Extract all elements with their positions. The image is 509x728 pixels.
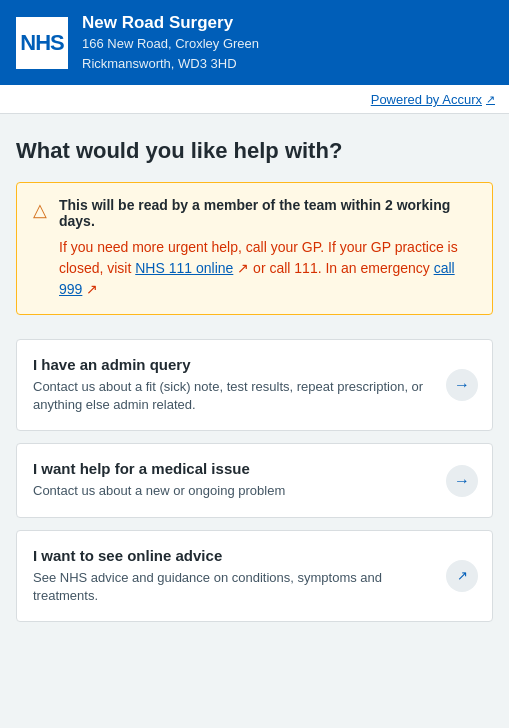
medical-card-title: I want help for a medical issue xyxy=(33,460,440,477)
warning-body-middle: or call 111. In an emergency xyxy=(249,260,433,276)
warning-title: This will be read by a member of the tea… xyxy=(59,197,476,229)
nhs-logo: NHS xyxy=(16,17,68,69)
admin-card-title: I have an admin query xyxy=(33,356,440,373)
option-card-medical[interactable]: I want help for a medical issue Contact … xyxy=(16,443,493,517)
advice-card-title: I want to see online advice xyxy=(33,547,440,564)
admin-card-arrow: → xyxy=(446,369,478,401)
powered-by-label: Powered by Accurx xyxy=(371,92,482,107)
main-content: What would you like help with? △ This wi… xyxy=(0,114,509,650)
nhs-logo-text: NHS xyxy=(20,30,63,56)
powered-by-bar: Powered by Accurx ↗ xyxy=(0,85,509,114)
warning-icon: △ xyxy=(33,199,47,221)
page-title: What would you like help with? xyxy=(16,138,493,164)
warning-box: △ This will be read by a member of the t… xyxy=(16,182,493,315)
warning-body: If you need more urgent help, call your … xyxy=(59,237,476,300)
powered-by-link[interactable]: Powered by Accurx ↗ xyxy=(371,92,495,107)
medical-card-desc: Contact us about a new or ongoing proble… xyxy=(33,482,440,500)
warning-content: This will be read by a member of the tea… xyxy=(59,197,476,300)
practice-name: New Road Surgery xyxy=(82,12,259,34)
medical-card-arrow: → xyxy=(446,465,478,497)
site-header: NHS New Road Surgery 166 New Road, Croxl… xyxy=(0,0,509,85)
external-link-icon: ↗ xyxy=(486,93,495,106)
advice-card-desc: See NHS advice and guidance on condition… xyxy=(33,569,440,605)
option-card-admin[interactable]: I have an admin query Contact us about a… xyxy=(16,339,493,431)
external-icon-999: ↗ xyxy=(82,281,98,297)
practice-info: New Road Surgery 166 New Road, Croxley G… xyxy=(82,12,259,73)
advice-card-ext-icon: ↗ xyxy=(446,560,478,592)
address-line1: 166 New Road, Croxley Green xyxy=(82,34,259,54)
external-icon-nhs111: ↗ xyxy=(233,260,249,276)
nhs111-link[interactable]: NHS 111 online xyxy=(135,260,233,276)
address-line2: Rickmansworth, WD3 3HD xyxy=(82,54,259,74)
option-card-advice[interactable]: I want to see online advice See NHS advi… xyxy=(16,530,493,622)
admin-card-desc: Contact us about a fit (sick) note, test… xyxy=(33,378,440,414)
